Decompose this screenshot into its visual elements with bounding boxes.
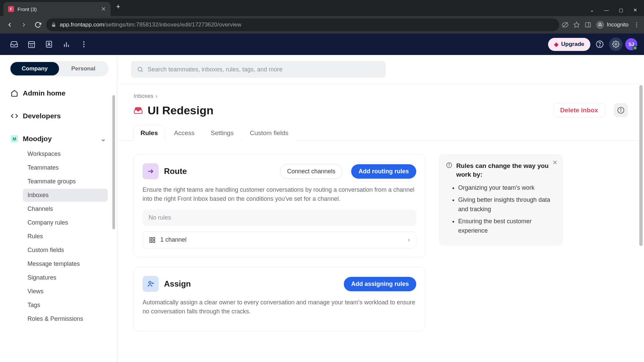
diamond-icon: ◈ (554, 41, 558, 48)
address-bar[interactable]: app.frontapp.com/settings/tim:7858132/in… (46, 18, 559, 31)
route-icon: ➜ (143, 163, 159, 179)
info-bullet: Ensuring the best customer experience (458, 217, 555, 236)
close-tab-icon[interactable]: ✕ (101, 5, 106, 13)
sidebar-sub-views[interactable]: Views (23, 285, 108, 298)
svg-point-6 (600, 24, 602, 26)
svg-point-5 (598, 24, 600, 26)
maximize-button[interactable]: ▢ (619, 7, 623, 13)
window-controls: ⌄ — ▢ ✕ (590, 7, 644, 16)
tab-access[interactable]: Access (167, 125, 202, 141)
sidebar-group-moodjoy[interactable]: M Moodjoy ⌄ (9, 131, 108, 146)
info-bullet: Organizing your team's work (458, 183, 555, 193)
route-description: Ensure the right teams are handling cust… (143, 185, 416, 203)
analytics-nav-icon[interactable] (59, 37, 74, 52)
svg-rect-30 (153, 237, 155, 239)
calendar-nav-icon[interactable]: 31 (24, 37, 39, 52)
tab-custom-fields[interactable]: Custom fields (243, 125, 296, 141)
assign-description: Automatically assign a clear owner to ev… (143, 298, 416, 316)
search-input[interactable]: Search teammates, inboxes, rules, tags, … (131, 61, 386, 78)
settings-button[interactable] (609, 38, 623, 51)
close-icon[interactable]: ✕ (552, 159, 557, 166)
sidebar-admin-home[interactable]: Admin home (9, 86, 108, 101)
sidebar-sub-inboxes[interactable]: Inboxes (23, 189, 108, 202)
help-button[interactable] (593, 38, 606, 51)
eye-off-icon[interactable] (562, 21, 569, 28)
svg-rect-32 (153, 240, 155, 242)
search-icon (137, 66, 144, 73)
tab-rules[interactable]: Rules (133, 125, 165, 141)
close-window-button[interactable]: ✕ (633, 7, 637, 13)
tabs: RulesAccessSettingsCustom fields (117, 125, 644, 141)
breadcrumb[interactable]: Inboxes › (133, 93, 628, 100)
browser-tab-strip: F Front (3) ✕ + ⌄ — ▢ ✕ (0, 0, 644, 16)
scope-toggle: Company Personal (9, 61, 109, 76)
info-panel: ✕ Rules can change the way you work by: … (439, 154, 563, 246)
sidebar-sub-channels[interactable]: Channels (23, 202, 108, 216)
toggle-personal[interactable]: Personal (59, 62, 108, 75)
tabs-dropdown-icon[interactable]: ⌄ (590, 7, 594, 13)
kebab-menu-icon[interactable] (633, 21, 640, 28)
sidebar-sub-workspaces[interactable]: Workspaces (23, 147, 108, 161)
browser-toolbar: app.frontapp.com/settings/tim:7858132/in… (0, 16, 644, 34)
sidebar-sub-message-templates[interactable]: Message templates (23, 257, 108, 270)
svg-point-9 (636, 26, 637, 27)
search-placeholder: Search teammates, inboxes, rules, tags, … (148, 66, 282, 73)
reload-button[interactable] (32, 19, 44, 31)
sidebar-sub-teammate-groups[interactable]: Teammate groups (23, 175, 108, 188)
svg-line-25 (142, 71, 143, 72)
toggle-company[interactable]: Company (10, 62, 59, 75)
svg-point-33 (149, 282, 151, 284)
add-routing-rules-button[interactable]: Add routing rules (351, 164, 416, 179)
new-tab-button[interactable]: + (111, 2, 126, 14)
tab-title: Front (3) (17, 6, 98, 12)
svg-marker-2 (574, 22, 580, 27)
delete-inbox-button[interactable]: Delete inbox (553, 103, 605, 118)
svg-point-23 (615, 43, 617, 45)
assign-card: Assign Add assigning rules Automatically… (133, 267, 425, 331)
contacts-nav-icon[interactable] (42, 37, 56, 52)
main-content: Search teammates, inboxes, rules, tags, … (117, 55, 644, 362)
star-icon[interactable] (573, 21, 580, 28)
sidebar-sub-company-rules[interactable]: Company rules (23, 216, 108, 229)
forward-button[interactable] (18, 19, 30, 31)
browser-tab[interactable]: F Front (3) ✕ (3, 2, 111, 16)
more-nav-icon[interactable] (76, 37, 91, 52)
chevron-right-icon: › (408, 236, 410, 243)
add-assigning-rules-button[interactable]: Add assigning rules (344, 277, 416, 291)
sidebar: Company Personal Admin home Developers M… (0, 55, 117, 362)
sidebar-sub-tags[interactable]: Tags (23, 299, 108, 312)
assign-title: Assign (164, 279, 338, 289)
incognito-indicator[interactable]: Incognito (596, 21, 629, 29)
page-title: UI Redesign (148, 104, 548, 117)
tab-settings[interactable]: Settings (204, 125, 241, 141)
incognito-icon (596, 21, 604, 29)
minimize-button[interactable]: — (604, 7, 609, 13)
avatar[interactable]: SJ (625, 38, 637, 50)
route-title: Route (164, 167, 275, 176)
tab-favicon: F (8, 6, 14, 12)
back-button[interactable] (4, 19, 15, 31)
sidebar-sub-signatures[interactable]: Signatures (23, 271, 108, 284)
no-rules-label: No rules (143, 209, 416, 226)
upgrade-button[interactable]: ◈ Upgrade (548, 38, 590, 51)
chevron-right-icon: › (156, 93, 158, 100)
channel-row[interactable]: 1 channel › (143, 231, 416, 248)
svg-point-22 (599, 46, 600, 46)
svg-rect-0 (52, 24, 55, 27)
sidebar-subitems: WorkspacesTeammatesTeammate groupsInboxe… (9, 147, 108, 325)
sidebar-sub-rules[interactable]: Rules (23, 230, 108, 243)
svg-rect-3 (586, 22, 591, 27)
sidebar-sub-teammates[interactable]: Teammates (23, 161, 108, 174)
panel-icon[interactable] (585, 21, 591, 28)
sidebar-sub-custom-fields[interactable]: Custom fields (23, 244, 108, 257)
assign-icon (143, 276, 159, 292)
svg-point-36 (449, 164, 449, 165)
sidebar-sub-roles-permissions[interactable]: Roles & Permissions (23, 312, 108, 325)
connect-channels-button[interactable]: Connect channels (280, 164, 342, 179)
inbox-nav-icon[interactable] (7, 37, 21, 52)
svg-point-28 (621, 109, 621, 109)
svg-point-18 (83, 41, 85, 43)
sidebar-developers[interactable]: Developers (9, 109, 108, 123)
inbox-icon (133, 106, 143, 115)
info-icon-button[interactable] (614, 103, 628, 117)
